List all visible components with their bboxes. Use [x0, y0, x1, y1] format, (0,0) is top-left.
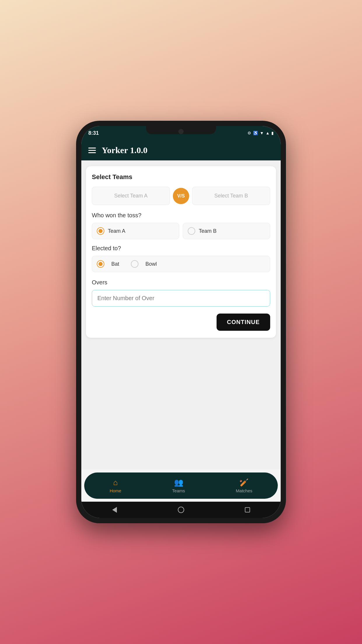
- status-time: 8:31: [88, 130, 99, 136]
- signal-icon: ▲: [266, 131, 270, 135]
- team-selector: Select Team A V/S Select Team B: [92, 187, 270, 205]
- elected-bowl-label: Bowl: [145, 261, 157, 267]
- nav-teams-label: Teams: [172, 488, 185, 493]
- top-nav: Yorker 1.0.0: [81, 140, 281, 160]
- elected-box: Bat Bowl: [92, 256, 270, 272]
- home-icon: ⌂: [113, 478, 118, 487]
- home-button[interactable]: [177, 505, 185, 514]
- nav-teams[interactable]: 👥 Teams: [172, 478, 185, 493]
- overs-label: Overs: [92, 279, 270, 286]
- app-title: Yorker 1.0.0: [102, 145, 147, 155]
- bottom-nav: ⌂ Home 👥 Teams 🏏 Matches: [84, 473, 278, 499]
- hamburger-menu-button[interactable]: [88, 148, 96, 153]
- team-a-selector[interactable]: Select Team A: [92, 187, 170, 205]
- nav-home[interactable]: ⌂ Home: [110, 478, 121, 493]
- recents-button[interactable]: [243, 505, 252, 514]
- matches-icon: 🏏: [239, 478, 249, 487]
- overs-input[interactable]: [92, 290, 270, 307]
- settings-icon: ⚙: [247, 131, 251, 135]
- toss-team-b-label: Team B: [199, 228, 217, 234]
- battery-icon: ▮: [271, 131, 274, 135]
- continue-button[interactable]: CONTINUE: [217, 314, 270, 331]
- toss-team-a-option[interactable]: Team A: [92, 223, 179, 239]
- elected-bat-radio[interactable]: [97, 260, 104, 268]
- toss-team-a-label: Team A: [108, 228, 125, 234]
- toss-team-b-option[interactable]: Team B: [183, 223, 270, 239]
- team-b-selector[interactable]: Select Team B: [192, 187, 270, 205]
- nav-matches[interactable]: 🏏 Matches: [236, 478, 252, 493]
- phone-nav-bar: [81, 502, 281, 518]
- section-title: Select Teams: [92, 173, 270, 181]
- toss-radio-group: Team A Team B: [92, 223, 270, 239]
- nav-home-label: Home: [110, 488, 121, 493]
- select-teams-card: Select Teams Select Team A V/S Select Te…: [86, 166, 276, 338]
- elected-label: Elected to?: [92, 245, 270, 252]
- main-content: Select Teams Select Team A V/S Select Te…: [81, 160, 281, 470]
- toss-team-a-radio[interactable]: [97, 227, 104, 235]
- elected-bowl-radio[interactable]: [131, 260, 138, 268]
- accessibility-icon: ♿: [253, 131, 258, 135]
- nav-matches-label: Matches: [236, 488, 252, 493]
- status-icons: ⚙ ♿ ▼ ▲ ▮: [247, 131, 274, 135]
- wifi-icon: ▼: [260, 131, 264, 135]
- elected-bat-label: Bat: [111, 261, 119, 267]
- teams-icon: 👥: [174, 478, 183, 487]
- back-button[interactable]: [110, 505, 119, 514]
- toss-team-b-radio[interactable]: [188, 227, 195, 235]
- toss-label: Who won the toss?: [92, 212, 270, 219]
- vs-circle: V/S: [173, 188, 189, 204]
